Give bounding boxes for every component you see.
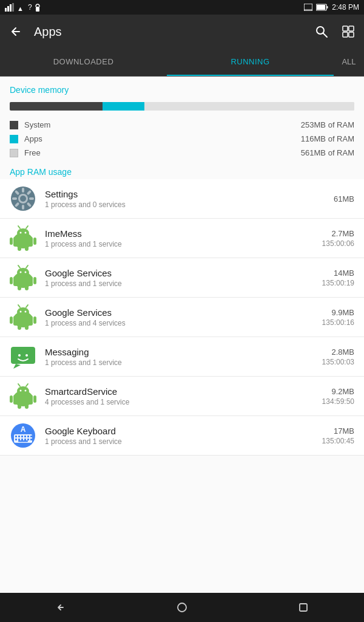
svg-rect-51 xyxy=(13,316,33,326)
app-item[interactable]: Google Services 1 process and 4 services… xyxy=(0,298,364,337)
svg-rect-36 xyxy=(33,238,36,245)
svg-line-55 xyxy=(18,305,20,307)
app-process: 1 process and 1 service xyxy=(45,279,322,288)
app-time: 135:00:06 xyxy=(322,239,354,248)
back-button[interactable] xyxy=(7,23,24,40)
app-info: Messaging 1 process and 1 service xyxy=(45,347,322,367)
app-name: Messaging xyxy=(45,347,322,357)
app-icon xyxy=(10,383,36,409)
app-item[interactable]: SmartcardService 4 processes and 1 servi… xyxy=(0,377,364,416)
app-process: 1 process and 0 services xyxy=(45,200,334,209)
signal-icon xyxy=(5,3,15,12)
status-left-icons: ▲ ? xyxy=(5,3,41,12)
app-item[interactable]: Google Services 1 process and 1 service … xyxy=(0,258,364,298)
device-memory-header: Device memory xyxy=(0,77,364,100)
toolbar: Apps xyxy=(0,15,364,49)
free-color-dot xyxy=(10,149,18,157)
app-size: 2.7MB xyxy=(322,229,354,238)
app-name: Google Services xyxy=(45,268,322,278)
app-meta: 9.9MB 135:00:16 xyxy=(322,308,354,327)
app-name: Google Services xyxy=(45,307,322,318)
nav-home-button[interactable] xyxy=(170,595,194,620)
app-icon xyxy=(10,185,36,212)
svg-rect-15 xyxy=(343,32,348,37)
app-time: 135:00:16 xyxy=(322,318,354,327)
svg-rect-5 xyxy=(36,7,39,12)
svg-rect-14 xyxy=(349,26,354,31)
lock-icon xyxy=(35,4,41,12)
nav-recent-button[interactable] xyxy=(291,595,315,620)
svg-point-69 xyxy=(25,390,27,392)
app-meta: 2.7MB 135:00:06 xyxy=(322,229,354,248)
svg-rect-88 xyxy=(24,439,26,440)
app-info: ImeMess 1 process and 1 service xyxy=(45,228,322,248)
svg-rect-49 xyxy=(25,285,29,290)
svg-rect-85 xyxy=(15,439,17,440)
svg-marker-62 xyxy=(13,364,21,369)
app-info: Google Services 1 process and 1 service xyxy=(45,268,322,288)
svg-rect-83 xyxy=(27,436,29,437)
system-value: 253MB of RAM xyxy=(301,120,354,129)
app-icon xyxy=(10,225,36,251)
svg-line-25 xyxy=(16,192,18,194)
svg-rect-91 xyxy=(18,440,28,442)
app-size: 14MB xyxy=(322,268,354,278)
svg-line-71 xyxy=(26,384,28,386)
app-info: Google Services 1 process and 4 services xyxy=(45,307,322,327)
svg-rect-81 xyxy=(21,436,23,437)
status-right-icons: 2:48 PM xyxy=(304,3,359,12)
svg-rect-74 xyxy=(18,404,21,409)
app-icon: A xyxy=(10,422,36,449)
tab-all[interactable]: All xyxy=(334,49,364,76)
app-name: Settings xyxy=(45,189,334,199)
svg-rect-93 xyxy=(300,604,307,611)
memory-bar-apps xyxy=(103,102,144,111)
app-time: 135:00:03 xyxy=(322,358,354,366)
app-meta: 17MB 135:00:45 xyxy=(322,426,354,445)
svg-line-21 xyxy=(28,203,30,205)
app-item[interactable]: Settings 1 process and 0 services 61MB xyxy=(0,179,364,219)
app-meta: 14MB 135:00:19 xyxy=(322,268,354,287)
svg-text:▲: ▲ xyxy=(17,5,24,11)
app-item[interactable]: A Google Keyboard 1 process and 1 servic… xyxy=(0,416,364,456)
nav-back-button[interactable] xyxy=(49,595,73,620)
page-title: Apps xyxy=(34,25,303,39)
svg-text:A: A xyxy=(21,425,26,434)
svg-rect-37 xyxy=(18,246,21,251)
app-info: Settings 1 process and 0 services xyxy=(45,189,334,209)
svg-point-30 xyxy=(17,228,29,238)
svg-rect-60 xyxy=(25,325,29,330)
svg-rect-47 xyxy=(33,277,36,284)
svg-rect-80 xyxy=(18,436,20,437)
display-button[interactable] xyxy=(340,23,357,40)
svg-point-32 xyxy=(25,232,27,234)
svg-rect-0 xyxy=(5,8,7,12)
memory-legend: System 253MB of RAM Apps 116MB of RAM Fr… xyxy=(0,118,364,160)
svg-rect-90 xyxy=(30,439,32,440)
apps-value: 116MB of RAM xyxy=(301,134,354,143)
main-content: Device memory System 253MB of RAM Apps 1… xyxy=(0,77,364,593)
tab-downloaded[interactable]: Downloaded xyxy=(0,49,167,76)
svg-rect-59 xyxy=(18,325,21,330)
svg-line-12 xyxy=(323,33,328,38)
svg-rect-72 xyxy=(10,395,13,403)
svg-rect-13 xyxy=(343,26,348,31)
app-name: Google Keyboard xyxy=(45,426,322,436)
svg-rect-38 xyxy=(25,246,29,251)
app-item[interactable]: Messaging 1 process and 1 service 2.8MB … xyxy=(0,337,364,377)
search-button[interactable] xyxy=(313,23,330,40)
svg-rect-66 xyxy=(13,395,33,405)
svg-rect-1 xyxy=(7,6,9,12)
memory-bar xyxy=(10,102,354,111)
svg-line-45 xyxy=(26,265,28,268)
svg-rect-48 xyxy=(18,285,21,290)
svg-rect-10 xyxy=(317,5,325,10)
nav-bar xyxy=(0,593,364,622)
tab-running[interactable]: Running xyxy=(167,49,334,76)
app-process: 4 processes and 1 service xyxy=(45,398,322,406)
app-time: 135:00:19 xyxy=(322,279,354,287)
battery-icon xyxy=(316,4,328,11)
app-item[interactable]: ImeMess 1 process and 1 service 2.7MB 13… xyxy=(0,219,364,258)
free-value: 561MB of RAM xyxy=(301,148,354,157)
signal-question: ? xyxy=(28,3,32,12)
